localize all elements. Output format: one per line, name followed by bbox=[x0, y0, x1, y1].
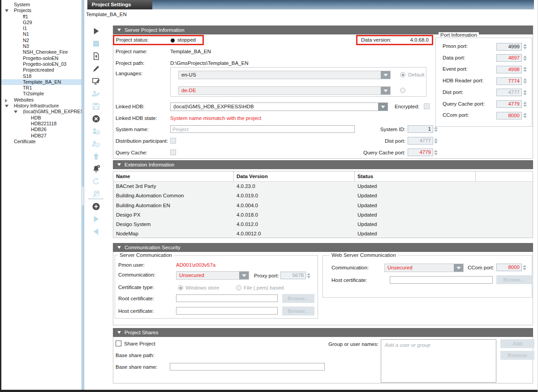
chevron-down-icon[interactable] bbox=[381, 87, 390, 94]
port-value-field[interactable]: 7774 bbox=[496, 77, 522, 85]
cancel-icon[interactable] bbox=[91, 114, 101, 124]
port-value-field[interactable]: 4779 bbox=[496, 100, 522, 108]
start-project-icon[interactable] bbox=[91, 26, 101, 36]
extension-table-header[interactable]: Name Data Version Status bbox=[113, 171, 533, 182]
tree-item-tr2simple[interactable]: Tr2simple bbox=[1, 91, 82, 97]
system-name-input[interactable] bbox=[170, 125, 355, 133]
share-project-label: Share Project bbox=[124, 341, 155, 346]
query-cache-port-spinner[interactable] bbox=[434, 149, 438, 156]
tree-collapsed-arrow-icon[interactable] bbox=[5, 99, 8, 102]
ccom-port-field[interactable]: 8000 bbox=[496, 264, 522, 271]
tree-scrollbar-thumb[interactable] bbox=[82, 187, 84, 205]
tree-item-s18[interactable]: S18 bbox=[1, 73, 82, 79]
language-2-dropdown[interactable]: de-DE bbox=[178, 86, 391, 95]
tree-item-label: Tr2simple bbox=[23, 91, 44, 97]
extension-table-row[interactable]: NodeMap4.0.0012.0Updated bbox=[113, 229, 533, 239]
tree-item-progetto-soloen-03[interactable]: Progetto-soloEN_03 bbox=[1, 61, 82, 67]
mute-notifications-icon[interactable] bbox=[91, 164, 101, 174]
chevron-down-icon[interactable] bbox=[381, 71, 390, 79]
section-header-project-shares[interactable]: Project Shares bbox=[113, 328, 533, 337]
server-communication-dropdown[interactable]: Unsecured bbox=[176, 271, 249, 280]
tree-item-certificate[interactable]: Certificate bbox=[1, 139, 82, 145]
add-project-icon[interactable] bbox=[91, 201, 101, 211]
tree-scrollbar[interactable] bbox=[82, 0, 84, 390]
section-header-communication-security[interactable]: Communication Security bbox=[113, 243, 533, 252]
dist-port-field: 4777 bbox=[408, 137, 433, 145]
tree-item-n3[interactable]: N3 bbox=[1, 43, 82, 49]
root-certificate-input[interactable] bbox=[176, 294, 278, 302]
tree-item-label: HDB26 bbox=[31, 127, 47, 132]
tree-item-history-infrastructure[interactable]: History Infrastructure bbox=[1, 103, 82, 109]
extension-table-row[interactable]: Desigo System4.0.012.0Updated bbox=[113, 220, 533, 229]
port-value-field[interactable]: 4999 bbox=[496, 43, 522, 51]
extension-table-cell bbox=[476, 182, 533, 191]
chevron-down-icon[interactable] bbox=[454, 264, 463, 272]
port-spinner[interactable] bbox=[523, 112, 527, 119]
chevron-down-icon[interactable] bbox=[239, 272, 249, 279]
tree-expanded-arrow-icon[interactable] bbox=[5, 9, 9, 12]
tree-item-tr1[interactable]: TR1 bbox=[1, 85, 82, 91]
column-header-name[interactable]: Name bbox=[113, 171, 234, 181]
port-spinner[interactable] bbox=[523, 100, 527, 108]
extension-table-cell bbox=[476, 220, 533, 229]
extension-table-row[interactable]: Building Automation Common4.0.019.0Updat… bbox=[113, 191, 533, 200]
tree-item-hdb[interactable]: HDB bbox=[1, 115, 82, 121]
tree-item-ff1[interactable]: ff1 bbox=[1, 14, 82, 20]
extension-table-row[interactable]: Desigo PX4.0.018.0Updated bbox=[113, 210, 533, 220]
tree-item--local-gms-hdb-express[interactable]: (local)\GMS_HDB_EXPRESS bbox=[1, 109, 82, 115]
server-host-certificate-input[interactable] bbox=[176, 307, 278, 315]
linked-hdb-dropdown[interactable]: (local)\GMS_HDB_EXPRESS\HDB bbox=[170, 102, 388, 111]
port-value-field[interactable]: 4998 bbox=[496, 66, 522, 73]
tree-item-hdb26[interactable]: HDB26 bbox=[1, 127, 82, 132]
section-header-extension-info[interactable]: Extension Information bbox=[113, 160, 533, 169]
tree-item-template-ba-en[interactable]: Template_BA_EN bbox=[1, 79, 82, 85]
port-value-field[interactable]: 4897 bbox=[496, 54, 522, 62]
edit-project-display-icon[interactable] bbox=[91, 76, 101, 86]
tree-item-hdb27[interactable]: HDB27 bbox=[1, 133, 82, 139]
port-spinner[interactable] bbox=[523, 43, 527, 51]
column-header-empty[interactable] bbox=[476, 171, 533, 181]
web-server-communication-title: Web Server Communication bbox=[330, 252, 398, 258]
web-host-certificate-input[interactable] bbox=[390, 276, 493, 284]
tree-expanded-arrow-icon[interactable] bbox=[5, 105, 9, 107]
query-cache-port-field[interactable]: 4779 bbox=[408, 149, 433, 156]
port-spinner[interactable] bbox=[523, 66, 527, 73]
edit-project-icon[interactable] bbox=[91, 64, 101, 73]
tree-item-hdb221118[interactable]: HDB221118 bbox=[1, 121, 82, 127]
tree-expanded-arrow-icon[interactable] bbox=[14, 111, 17, 113]
chevron-down-icon[interactable] bbox=[378, 103, 387, 111]
tree-item-n1[interactable]: N1 bbox=[1, 31, 82, 37]
selected-project-label: Template_BA_EN bbox=[86, 12, 127, 17]
language-1-dropdown[interactable]: en-US bbox=[178, 71, 391, 79]
query-cache-port-label: Query Cache port: bbox=[354, 150, 405, 155]
share-project-checkbox[interactable] bbox=[116, 341, 121, 346]
port-spinner[interactable] bbox=[523, 77, 527, 85]
extension-table-row[interactable]: BACnet 3rd Party4.0.23.0Updated bbox=[113, 182, 533, 191]
extension-table-cell: 4.0.004.0 bbox=[234, 201, 355, 210]
system-name-label: System name: bbox=[116, 127, 149, 132]
column-header-status[interactable]: Status bbox=[355, 171, 476, 181]
upgrade-project-document-icon[interactable] bbox=[91, 51, 101, 61]
tree-item-label: Websites bbox=[14, 97, 34, 103]
tree-item-n2[interactable]: N2 bbox=[1, 38, 82, 43]
base-share-name-input[interactable] bbox=[170, 363, 325, 371]
ccom-port-spinner[interactable] bbox=[522, 264, 526, 271]
tree-item-g29[interactable]: G29 bbox=[1, 20, 82, 26]
web-communication-dropdown[interactable]: Unsecured bbox=[384, 264, 464, 272]
tab-project-settings[interactable]: Project Settings bbox=[87, 0, 152, 9]
system-id-field[interactable]: 1 bbox=[408, 125, 433, 133]
tree-item-i1[interactable]: I1 bbox=[1, 26, 82, 31]
tree-item-progetto-soloen[interactable]: Progetto-soloEN bbox=[1, 55, 82, 61]
tree-item-websites[interactable]: Websites bbox=[1, 97, 82, 103]
port-value-field[interactable]: 8000 bbox=[496, 112, 522, 119]
tree-item-label: Certificate bbox=[14, 139, 36, 145]
port-spinner[interactable] bbox=[523, 54, 527, 62]
tree-item-projectcreated[interactable]: Projectcreated bbox=[1, 67, 82, 73]
tree-item-projects[interactable]: Projects bbox=[1, 8, 82, 13]
activate-forward-icon bbox=[91, 214, 101, 224]
tree-item-nsh-cherokee-fire[interactable]: NSH_Cherokee_Fire bbox=[1, 49, 82, 55]
group-user-listbox[interactable]: Add a user or group bbox=[381, 339, 496, 383]
column-header-data-version[interactable]: Data Version bbox=[234, 171, 355, 181]
tree-item-system[interactable]: System bbox=[1, 2, 82, 8]
extension-table-row[interactable]: Building Automation EN4.0.004.0Updated bbox=[113, 201, 533, 210]
